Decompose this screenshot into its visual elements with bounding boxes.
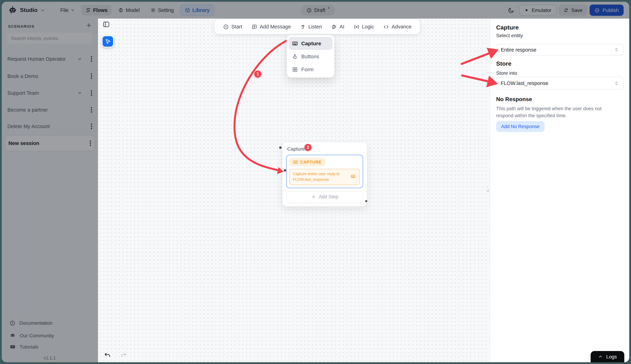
sidebar-item-support-team[interactable]: Support Team bbox=[2, 88, 98, 98]
entity-select[interactable]: Entire response bbox=[496, 44, 624, 56]
footer-label: Our Community bbox=[20, 333, 54, 338]
kebab-menu-icon[interactable] bbox=[91, 89, 92, 96]
tab-flows-label: Flows bbox=[93, 7, 108, 13]
canvas-toolbar: Start Add Message Listen AI Logic bbox=[215, 19, 420, 34]
brand-menu[interactable]: Studio bbox=[8, 6, 45, 15]
scenario-label: Become a partner bbox=[7, 107, 48, 113]
save-button[interactable]: Save bbox=[559, 4, 587, 16]
sidebar-item-request-human-operator[interactable]: Request Human Operator bbox=[2, 54, 98, 64]
chevron-down-icon[interactable] bbox=[77, 56, 82, 62]
store-select-value: FLOW.last_response bbox=[501, 80, 548, 86]
publish-button[interactable]: Publish bbox=[589, 4, 624, 16]
play-icon bbox=[525, 8, 529, 12]
kebab-menu-icon[interactable] bbox=[91, 72, 92, 80]
emulator-label: Emulator bbox=[532, 7, 551, 13]
capture-node[interactable]: Capture CAPTURE Capture entire user repl… bbox=[282, 142, 367, 206]
keyboard-icon bbox=[350, 174, 356, 179]
node-output-port[interactable] bbox=[365, 200, 367, 202]
kebab-menu-icon[interactable] bbox=[91, 123, 92, 130]
sidebar-item-become-a-partner[interactable]: Become a partner bbox=[2, 104, 98, 115]
cursor-icon bbox=[105, 38, 111, 45]
panel-splitter-handle[interactable]: -# bbox=[487, 185, 490, 193]
capture-step-body[interactable]: Capture entire user reply to FLOW.last_r… bbox=[289, 169, 360, 185]
tab-model[interactable]: Model bbox=[114, 5, 144, 16]
draft-label: Draft bbox=[314, 7, 325, 13]
package-icon bbox=[185, 7, 190, 13]
emulator-button[interactable]: Emulator bbox=[519, 4, 556, 16]
kebab-menu-icon[interactable] bbox=[90, 140, 91, 147]
dark-mode-icon[interactable] bbox=[508, 7, 514, 14]
entity-label: Select entity bbox=[496, 33, 523, 38]
footer-label: Documentation bbox=[19, 320, 52, 326]
kebab-menu-icon[interactable] bbox=[91, 106, 92, 114]
documentation-link[interactable]: Documentation bbox=[2, 318, 98, 328]
search-input[interactable] bbox=[7, 33, 93, 44]
select-tool-button[interactable] bbox=[102, 36, 114, 48]
panel-title: Capture bbox=[496, 24, 519, 31]
youtube-icon bbox=[10, 344, 16, 350]
tab-model-label: Model bbox=[126, 7, 140, 13]
menu-item-form[interactable]: Form bbox=[289, 63, 333, 76]
hand-pointer-icon bbox=[292, 53, 298, 60]
step-input-port[interactable] bbox=[284, 169, 286, 172]
menu-item-label: Form bbox=[301, 66, 314, 72]
app-frame: Studio File Flows Model bbox=[2, 2, 629, 362]
menu-file[interactable]: File bbox=[56, 5, 79, 16]
chevrons-up-down-icon bbox=[614, 80, 619, 86]
sidebar-item-book-a-demo[interactable]: Book a Demo bbox=[2, 71, 98, 82]
add-no-response-button[interactable]: Add No Response bbox=[496, 121, 544, 132]
menu-item-buttons[interactable]: Buttons bbox=[289, 50, 333, 63]
node-input-port[interactable] bbox=[279, 146, 282, 149]
capture-step[interactable]: CAPTURE Capture entire user reply to FLO… bbox=[286, 155, 363, 188]
capture-settings-panel: Capture Select entity Entire response St… bbox=[490, 18, 629, 362]
tutorials-link[interactable]: Tutorials bbox=[2, 342, 98, 352]
toolbar-ai[interactable]: AI bbox=[331, 24, 344, 30]
chevron-down-icon bbox=[71, 8, 75, 12]
sync-icon bbox=[563, 8, 568, 13]
unsaved-mark: * bbox=[328, 6, 329, 11]
chevron-down-icon[interactable] bbox=[77, 90, 82, 96]
redo-icon[interactable] bbox=[120, 352, 128, 360]
tab-flows[interactable]: Flows bbox=[81, 5, 112, 16]
toolbar-advance[interactable]: Advance bbox=[383, 24, 411, 30]
kebab-menu-icon[interactable] bbox=[91, 55, 92, 62]
store-select[interactable]: FLOW.last_response bbox=[496, 77, 624, 90]
brain-icon bbox=[118, 7, 124, 13]
sidebar-item-delete-my-account[interactable]: Delete My Account bbox=[2, 121, 98, 132]
tab-library[interactable]: Library bbox=[180, 4, 214, 16]
scenario-label: New session bbox=[9, 140, 39, 146]
add-scenario-button[interactable] bbox=[86, 22, 92, 28]
flow-canvas[interactable]: Start Add Message Listen AI Logic bbox=[98, 18, 490, 362]
undo-icon[interactable] bbox=[104, 352, 111, 360]
community-link[interactable]: Our Community bbox=[2, 331, 98, 340]
scenario-label: Support Team bbox=[7, 90, 39, 96]
toolbar-start[interactable]: Start bbox=[223, 24, 242, 30]
draft-status-badge[interactable]: Draft * bbox=[301, 5, 335, 16]
no-response-title: No Response bbox=[496, 96, 532, 102]
toolbar-logic[interactable]: Logic bbox=[353, 24, 374, 30]
menu-item-capture[interactable]: Capture bbox=[289, 37, 333, 50]
scenarios-sidebar: SCENARIOS Request Human Operator Book a … bbox=[2, 18, 98, 362]
logs-button[interactable]: Logs bbox=[591, 351, 624, 362]
toolbar-add-message[interactable]: Add Message bbox=[251, 24, 291, 30]
capture-tag-label: CAPTURE bbox=[300, 160, 322, 164]
publish-label: Publish bbox=[602, 7, 619, 13]
menu-item-label: Buttons bbox=[301, 53, 319, 59]
check-circle-icon bbox=[594, 8, 600, 13]
add-no-response-label: Add No Response bbox=[501, 124, 539, 129]
code-brackets-icon bbox=[383, 24, 389, 30]
no-response-description: This path will be triggered when the use… bbox=[496, 105, 614, 120]
sidebar-item-new-session[interactable]: New session bbox=[5, 135, 95, 151]
info-icon bbox=[10, 320, 16, 326]
add-step-button[interactable]: Add Step bbox=[286, 191, 363, 202]
footer-label: Tutorials bbox=[20, 344, 38, 350]
ai-brain-icon bbox=[331, 24, 337, 30]
toolbar-label: AI bbox=[340, 24, 344, 30]
ear-icon bbox=[300, 24, 306, 30]
start-icon bbox=[223, 24, 229, 30]
tab-setting[interactable]: Setting bbox=[146, 5, 178, 16]
brand-label: Studio bbox=[20, 7, 38, 13]
panel-toggle-icon[interactable] bbox=[102, 20, 110, 28]
toolbar-listen[interactable]: Listen bbox=[300, 24, 322, 30]
scenario-label: Book a Demo bbox=[7, 73, 38, 79]
